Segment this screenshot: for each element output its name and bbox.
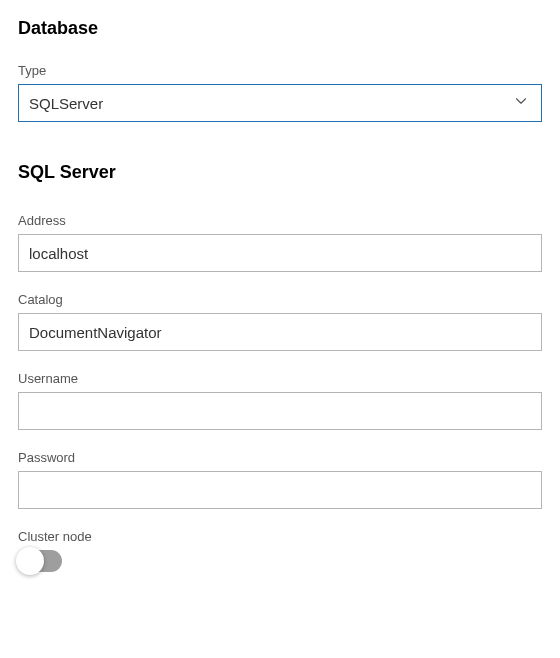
password-input[interactable]	[18, 471, 542, 509]
type-field: Type SQLServer	[18, 63, 542, 122]
address-label: Address	[18, 213, 542, 228]
catalog-label: Catalog	[18, 292, 542, 307]
username-input[interactable]	[18, 392, 542, 430]
type-label: Type	[18, 63, 542, 78]
catalog-field: Catalog	[18, 292, 542, 351]
type-select-value: SQLServer	[29, 95, 103, 112]
database-heading: Database	[18, 18, 542, 39]
type-select[interactable]: SQLServer	[18, 84, 542, 122]
cluster-toggle[interactable]	[18, 550, 62, 572]
address-input[interactable]	[18, 234, 542, 272]
username-field: Username	[18, 371, 542, 430]
cluster-label: Cluster node	[18, 529, 542, 544]
catalog-input[interactable]	[18, 313, 542, 351]
sqlserver-heading: SQL Server	[18, 162, 542, 183]
password-field: Password	[18, 450, 542, 509]
cluster-field: Cluster node	[18, 529, 542, 576]
toggle-knob	[16, 547, 44, 575]
address-field: Address	[18, 213, 542, 272]
username-label: Username	[18, 371, 542, 386]
password-label: Password	[18, 450, 542, 465]
